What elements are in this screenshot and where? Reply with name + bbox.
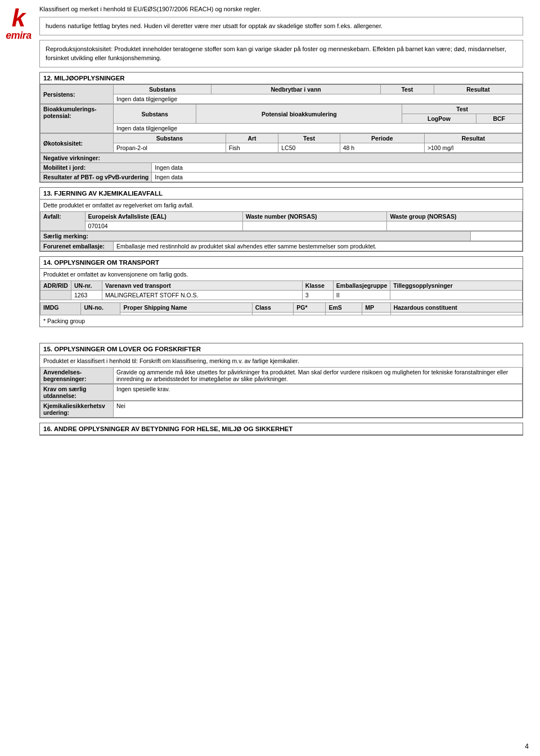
section-15-intro: Produktet er klassifisert i henhold til:… xyxy=(40,355,523,367)
avfall-eal-hdr: Europeisk Avfallsliste (EAL) xyxy=(85,211,242,221)
bioakkumulering-logpow-hdr: LogPow xyxy=(402,114,476,124)
anvendelses-value: Gravide og ammende må ikke utsettes for … xyxy=(114,367,523,383)
bioakkumulering-table: Bioakkumulerings- potensial: Substans Po… xyxy=(40,104,523,133)
adr-un-val: 1263 xyxy=(71,290,102,300)
adr-lbl2 xyxy=(40,290,71,300)
imdg-ems xyxy=(326,312,362,315)
logo-brand: emira xyxy=(6,30,32,42)
adr-tillegg-val xyxy=(390,290,523,300)
krav-table: Krav om særlig utdannelse: Ingen spesiel… xyxy=(40,384,523,401)
section-12-title: 12. MILJØOPPLYSNINGER xyxy=(40,73,523,84)
page-number: 4 xyxy=(525,743,529,750)
krav-label: Krav om særlig utdannelse: xyxy=(40,384,114,400)
persistens-hdr-nedbryt: Nedbrytbar i vann xyxy=(212,85,380,94)
section-13-intro: Dette produktet er omfattet av regelverk… xyxy=(40,200,523,211)
adr-un-lbl: UN-nr. xyxy=(71,280,102,290)
oko-hdr-substans: Substans xyxy=(114,134,226,143)
oko-art: Fish xyxy=(226,143,278,153)
adr-lbl: ADR/RID xyxy=(40,280,71,290)
adr-table: ADR/RID UN-nr. Varenavn ved transport Kl… xyxy=(40,280,523,300)
oko-substans: Propan-2-ol xyxy=(114,143,226,153)
logo-k: k xyxy=(12,6,25,30)
oko-resultat: >100 mg/l xyxy=(424,143,522,153)
adr-tillegg-hdr: Tilleggsopplysninger xyxy=(390,280,523,290)
imdg-hdr-pg: PG* xyxy=(294,302,326,312)
oko-hdr-periode: Periode xyxy=(340,134,424,143)
forurenet-label: Forurenet emballasje: xyxy=(40,241,114,251)
adr-varenavn-val: MALINGRELATERT STOFF N.O.S. xyxy=(102,290,303,300)
imdg-name xyxy=(120,312,252,315)
forurenet-table: Forurenet emballasje: Emballasje med res… xyxy=(40,241,523,251)
imdg-class xyxy=(252,312,294,315)
intro-box2: Reproduksjonstoksisitet: Produktet inneh… xyxy=(39,40,523,67)
resultater-label: Resultater af PBT- og vPvB-vurdering xyxy=(40,173,152,182)
section-13: 13. FJERNING AV KJEMIKALIEAVFALL Dette p… xyxy=(39,187,523,252)
section-14-intro: Produktet er omfattet av konvensjonene o… xyxy=(40,269,523,280)
mobilitet-label: Mobilitet i jord: xyxy=(40,163,152,173)
imdg-label: IMDG xyxy=(40,302,81,315)
persistens-hdr-substans: Substans xyxy=(114,85,212,94)
okotoksisitet-label: Økotoksisitet: xyxy=(40,134,114,153)
section-14: 14. OPPLYSNINGER OM TRANSPORT Produktet … xyxy=(39,256,523,327)
persistens-no-data: Ingen data tilgjengelige xyxy=(114,94,523,104)
saerlig-value xyxy=(470,231,522,241)
imdg-hdr-constituent: Hazardous constituent xyxy=(390,302,522,312)
bioakkumulering-test-hdr: Test xyxy=(402,105,523,114)
oko-periode: 48 h xyxy=(340,143,424,153)
imdg-table: IMDG UN-no. Proper Shipping Name Class P… xyxy=(40,302,523,315)
bioakkumulering-no-data: Ingen data tilgjengelige xyxy=(114,124,523,133)
intro-box1: hudens naturlige fettlag brytes ned. Hud… xyxy=(39,17,523,35)
kjemi-value: Nei xyxy=(114,401,523,417)
section-15: 15. OPPLYSNINGER OM LOVER OG FORSKRIFTER… xyxy=(39,343,523,418)
avfall-label: Avfall: xyxy=(40,211,86,230)
persistens-hdr-resultat: Resultat xyxy=(434,85,522,94)
oko-hdr-art: Art xyxy=(226,134,278,143)
adr-varenavn-hdr: Varenavn ved transport xyxy=(102,280,303,290)
mobilitet-value: Ingen data xyxy=(152,163,523,173)
adr-emb-val: II xyxy=(333,290,390,300)
avfall-eal-val: 070104 xyxy=(85,221,242,230)
avfall-norsas-grp-hdr: Waste group (NORSAS) xyxy=(387,211,523,221)
resultater-value: Ingen data xyxy=(152,173,523,182)
imdg-hdr-ems: EmS xyxy=(326,302,362,312)
section-14-title: 14. OPPLYSNINGER OM TRANSPORT xyxy=(40,257,523,269)
adr-klasse-val: 3 xyxy=(302,290,333,300)
adr-emb-hdr: Emballasjegruppe xyxy=(333,280,390,290)
bioakkumulering-substans-hdr: Substans xyxy=(114,105,196,124)
persistens-label: Persistens: xyxy=(40,85,114,104)
krav-value: Ingen spesielle krav. xyxy=(114,384,523,400)
avfall-table: Avfall: Europeisk Avfallsliste (EAL) Was… xyxy=(40,211,523,231)
page: k emira Klassifisert og merket i henhold… xyxy=(0,0,540,756)
bioakkumulering-label: Bioakkumulerings- potensial: xyxy=(40,105,114,133)
oko-hdr-test: Test xyxy=(278,134,340,143)
adr-klasse-hdr: Klasse xyxy=(302,280,333,290)
section-16: 16. ANDRE OPPLYSNINGER AV BETYDNING FOR … xyxy=(39,423,523,436)
imdg-hdr-mp: MP xyxy=(362,302,390,312)
bioakkumulering-bcf-hdr: BCF xyxy=(476,114,523,124)
bioakkumulering-potensial-hdr: Potensial bioakkumulering xyxy=(196,105,402,124)
avfall-norsas-num-val xyxy=(242,221,387,230)
section-15-title: 15. OPPLYSNINGER OM LOVER OG FORSKRIFTER xyxy=(40,343,523,355)
kjemi-table: Kjemikaliesikkerhetsv urdering: Nei xyxy=(40,401,523,418)
imdg-pg xyxy=(294,312,326,315)
okotoksisitet-table: Økotoksisitet: Substans Art Test Periode… xyxy=(40,133,523,153)
spacer xyxy=(39,332,523,343)
saerlig-label: Særlig merking: xyxy=(40,231,471,241)
section-16-title: 16. ANDRE OPPLYSNINGER AV BETYDNING FOR … xyxy=(40,423,523,435)
saerlig-table: Særlig merking: xyxy=(40,231,523,241)
imdg-un-label: UN-no. xyxy=(81,302,120,315)
oko-test: LC50 xyxy=(278,143,340,153)
section-12: 12. MILJØOPPLYSNINGER Persistens: Substa… xyxy=(39,72,523,183)
negative-label: Negative virkninger: xyxy=(40,153,523,163)
section-13-title: 13. FJERNING AV KJEMIKALIEAVFALL xyxy=(40,188,523,200)
logo-area: k emira xyxy=(4,6,33,42)
anvendelses-table: Anvendelses- begrensninger: Gravide og a… xyxy=(40,367,523,384)
avfall-norsas-grp-val xyxy=(387,221,523,230)
intro-title: Klassifisert og merket i henhold til EU/… xyxy=(39,6,523,12)
negative-table: Negative virkninger: Mobilitet i jord: I… xyxy=(40,153,523,182)
kjemi-label: Kjemikaliesikkerhetsv urdering: xyxy=(40,401,114,417)
imdg-mp xyxy=(362,312,390,315)
persistens-hdr-test: Test xyxy=(380,85,434,94)
imdg-hdr-name: Proper Shipping Name xyxy=(120,302,252,312)
footnote: * Packing group xyxy=(40,315,523,327)
